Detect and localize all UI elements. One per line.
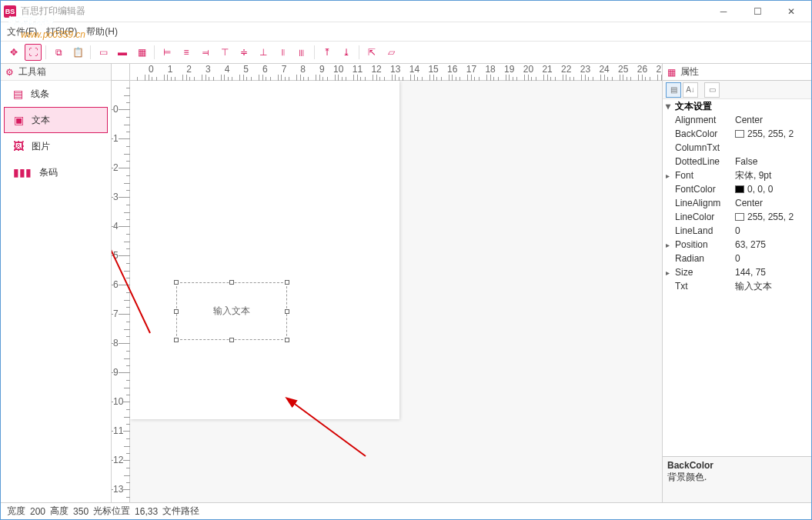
- property-value[interactable]: 0, 0, 0: [732, 184, 811, 195]
- property-row[interactable]: Radian0: [663, 252, 811, 265]
- property-key: Alignment: [672, 115, 732, 125]
- menu-help[interactable]: 帮助(H): [86, 25, 118, 38]
- property-row[interactable]: Txt输入文本: [663, 279, 811, 293]
- property-pages-icon[interactable]: ▭: [704, 82, 720, 98]
- property-value[interactable]: 0: [732, 225, 811, 236]
- property-row[interactable]: LineAlignmCenter: [663, 196, 811, 210]
- property-value[interactable]: False: [732, 156, 811, 167]
- property-value[interactable]: 63, 275: [732, 239, 811, 250]
- property-row[interactable]: AlignmentCenter: [663, 113, 811, 127]
- status-bar: 宽度 200 高度 350 光标位置 16,33 文件路径: [1, 502, 811, 519]
- align-top-icon[interactable]: ⊤: [216, 44, 233, 61]
- property-key: Radian: [672, 253, 732, 264]
- shape-icon[interactable]: ▱: [383, 44, 399, 61]
- property-value[interactable]: 255, 255, 2: [732, 212, 811, 222]
- status-width-label: 宽度: [7, 505, 25, 518]
- resize-handle-sw[interactable]: [174, 338, 179, 342]
- menu-print[interactable]: 打印(P): [46, 25, 77, 38]
- property-value[interactable]: 宋体, 9pt: [732, 169, 811, 182]
- resize-handle-nw[interactable]: [174, 280, 179, 285]
- select-tool-icon[interactable]: ⛶: [25, 44, 42, 61]
- property-value[interactable]: 0: [732, 253, 811, 264]
- tool-line[interactable]: ▤ 线条: [4, 81, 108, 107]
- property-value[interactable]: 输入文本: [732, 280, 811, 293]
- expand-icon: ▸: [663, 241, 672, 249]
- app-title: 百思打印编辑器: [21, 5, 707, 18]
- border-icon[interactable]: ▦: [133, 44, 150, 61]
- property-row[interactable]: LineColor255, 255, 2: [663, 210, 811, 224]
- align-left-icon[interactable]: ⊨: [159, 44, 175, 61]
- tool-image[interactable]: 🖼 图片: [4, 133, 108, 159]
- send-back-icon[interactable]: ⤓: [338, 44, 355, 61]
- status-cursor-label: 光标位置: [93, 505, 130, 518]
- property-row[interactable]: LineLand0: [663, 224, 811, 238]
- menu-bar: 文件(F) 打印(P) 帮助(H): [1, 22, 811, 41]
- paste-icon[interactable]: 📋: [69, 44, 86, 61]
- property-row[interactable]: ▸Position63, 275: [663, 238, 811, 252]
- toolbar-separator: [90, 45, 91, 59]
- canvas-area[interactable]: 0123456789101112131415161718192021222324…: [112, 64, 662, 502]
- status-cursor-value: 16,33: [135, 506, 158, 517]
- align-middle-icon[interactable]: ≑: [236, 44, 252, 61]
- toolbar-separator: [314, 45, 315, 59]
- text-object-content: 输入文本: [213, 305, 250, 318]
- resize-handle-ne[interactable]: [285, 280, 289, 285]
- gear-icon: ⚙: [5, 67, 14, 78]
- property-key: Size: [672, 267, 732, 278]
- status-width-value: 200: [30, 506, 45, 517]
- property-key: Font: [672, 170, 732, 181]
- resize-handle-e[interactable]: [285, 309, 289, 314]
- copy-icon[interactable]: ⧉: [50, 44, 67, 61]
- align-center-v-icon[interactable]: ≡: [178, 44, 195, 61]
- maximize-button[interactable]: ☐: [740, 1, 774, 22]
- resize-handle-s[interactable]: [229, 338, 234, 342]
- link-icon[interactable]: ⇱: [363, 44, 380, 61]
- distribute-v-icon[interactable]: ⫼: [293, 44, 310, 61]
- categorized-icon[interactable]: ▤: [666, 82, 681, 98]
- tool-barcode[interactable]: ▮▮▮ 条码: [4, 159, 108, 185]
- tool-text[interactable]: ▣ 文本: [4, 107, 108, 133]
- tool-label: 图片: [32, 140, 50, 153]
- move-tool-icon[interactable]: ✥: [5, 44, 22, 61]
- property-row[interactable]: ColumnTxt: [663, 141, 811, 155]
- text-object[interactable]: 输入文本: [176, 282, 287, 340]
- resize-handle-n[interactable]: [229, 280, 234, 285]
- bring-front-icon[interactable]: ⤒: [319, 44, 336, 61]
- minimize-button[interactable]: ─: [707, 1, 740, 22]
- main-area: ⚙ 工具箱 ▤ 线条 ▣ 文本 🖼 图片 ▮▮▮ 条码 012345678910…: [1, 64, 811, 502]
- menu-file[interactable]: 文件(F): [7, 25, 37, 38]
- property-description: BackColor 背景颜色.: [663, 456, 811, 502]
- property-row[interactable]: DottedLineFalse: [663, 155, 811, 168]
- property-key: DottedLine: [672, 156, 732, 167]
- property-row[interactable]: ▸Font宋体, 9pt: [663, 168, 811, 182]
- property-row[interactable]: FontColor0, 0, 0: [663, 182, 811, 196]
- property-value[interactable]: Center: [732, 198, 811, 208]
- align-right-icon[interactable]: ⫤: [197, 44, 214, 61]
- property-row[interactable]: BackColor255, 255, 2: [663, 127, 811, 141]
- ruler-corner: [112, 64, 130, 81]
- align-bottom-icon[interactable]: ⊥: [255, 44, 272, 61]
- alphabetical-icon[interactable]: A↓: [683, 82, 698, 98]
- rect-icon[interactable]: ▭: [95, 44, 112, 61]
- page[interactable]: 输入文本: [130, 81, 399, 419]
- property-key: ColumnTxt: [672, 142, 732, 153]
- distribute-h-icon[interactable]: ⫴: [274, 44, 291, 61]
- property-row[interactable]: ▸Size144, 75: [663, 265, 811, 279]
- close-button[interactable]: ✕: [774, 1, 808, 22]
- property-value[interactable]: 255, 255, 2: [732, 128, 811, 139]
- grid-icon: ▦: [667, 67, 676, 78]
- property-grid[interactable]: ▾ 文本设置 AlignmentCenterBackColor255, 255,…: [663, 99, 811, 456]
- property-key: LineLand: [672, 225, 732, 236]
- fill-rect-icon[interactable]: ▬: [114, 44, 131, 61]
- property-value[interactable]: 144, 75: [732, 267, 811, 278]
- property-section[interactable]: ▾ 文本设置: [663, 99, 811, 113]
- status-height-label: 高度: [50, 505, 69, 518]
- resize-handle-se[interactable]: [285, 338, 289, 342]
- properties-title: 属性: [680, 65, 699, 78]
- property-value[interactable]: Center: [732, 115, 811, 125]
- resize-handle-w[interactable]: [174, 309, 179, 314]
- main-toolbar: ✥ ⛶ ⧉ 📋 ▭ ▬ ▦ ⊨ ≡ ⫤ ⊤ ≑ ⊥ ⫴ ⫼ ⤒ ⤓ ⇱ ▱: [1, 41, 811, 64]
- ruler-vertical: 01234567891011121314: [112, 81, 130, 502]
- image-icon: 🖼: [13, 140, 24, 152]
- status-path-label: 文件路径: [162, 505, 199, 518]
